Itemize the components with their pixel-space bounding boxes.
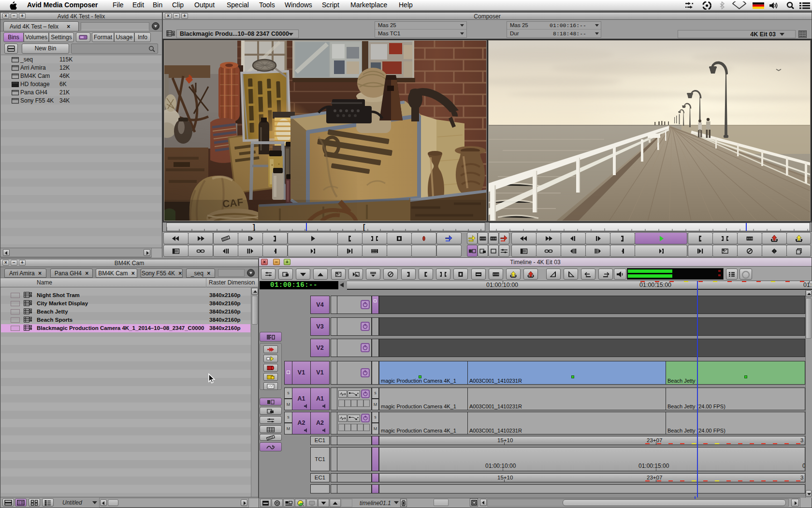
svg-text:[: [ — [363, 223, 365, 231]
svg-text:]: ] — [253, 223, 255, 231]
